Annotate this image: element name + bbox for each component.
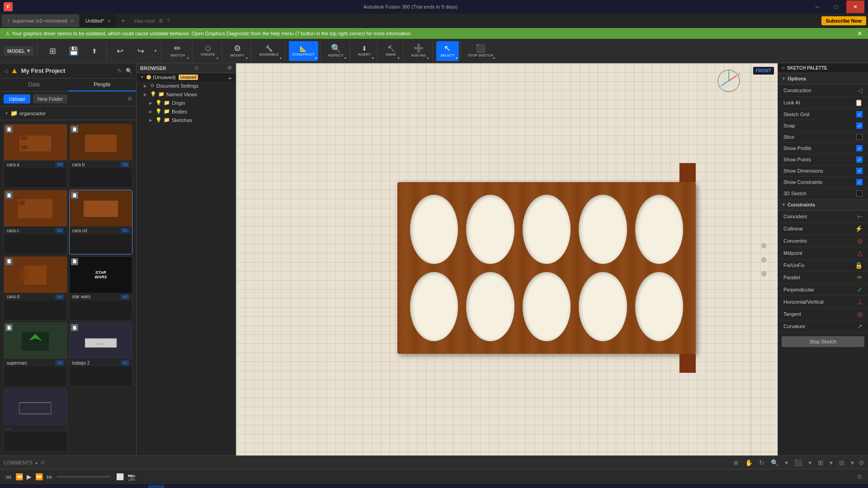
minimize-button[interactable]: ─: [808, 0, 826, 13]
browser-item-sketches[interactable]: ▶ 💡 📁 Sketches: [137, 116, 236, 124]
undo-button[interactable]: ↩: [110, 41, 130, 61]
file-card-superman[interactable]: 📄 superman V2: [4, 322, 67, 386]
search-icon[interactable]: 🔍: [126, 68, 132, 74]
maximize-button[interactable]: □: [827, 0, 845, 13]
comments-settings-icon[interactable]: ⚙: [40, 460, 45, 466]
play-prev-icon[interactable]: ⏪: [15, 473, 23, 480]
sketch-grid-checkbox[interactable]: ✓: [856, 111, 863, 117]
concentric-icon[interactable]: ◎: [857, 237, 863, 244]
tangent-icon[interactable]: ◎: [857, 310, 863, 318]
create-button[interactable]: ⬡ CREATE ▾: [196, 41, 220, 61]
comments-section[interactable]: COMMENTS ▲ ⚙: [4, 460, 45, 466]
look-at-icon[interactable]: 📋: [855, 99, 863, 106]
upload-tool-button[interactable]: ⬆: [85, 41, 104, 61]
curvature-icon[interactable]: ↗: [857, 323, 863, 330]
view-icon[interactable]: ⬛: [793, 458, 804, 467]
file-card-cara-b[interactable]: 📄 cara b V3: [69, 124, 133, 188]
model-selector[interactable]: MODEL ▾: [4, 46, 33, 56]
transform-icon-2[interactable]: ⊕: [761, 255, 767, 264]
file-card-cara-c[interactable]: 📄 cara c V1: [4, 190, 67, 254]
fix-unfix-icon[interactable]: 🔒: [855, 262, 863, 269]
record-icon[interactable]: ⬜: [116, 473, 124, 480]
settings-icon[interactable]: ⚙: [159, 18, 163, 24]
grid-dropdown-icon[interactable]: ▾: [828, 458, 835, 467]
history-dropdown-button[interactable]: ▾: [152, 41, 159, 61]
view-dropdown-icon[interactable]: ▾: [807, 458, 813, 467]
3d-sketch-checkbox[interactable]: [856, 190, 863, 197]
timeline-bar[interactable]: [57, 476, 111, 478]
inspect-button[interactable]: 🔍 INSPECT ▾: [324, 41, 348, 61]
taskbar-files[interactable]: 📁: [58, 485, 74, 488]
redo-button[interactable]: ↪: [131, 41, 151, 61]
grid-button[interactable]: ⊞: [43, 41, 63, 61]
start-button[interactable]: ⊞: [4, 485, 20, 488]
taskbar-fusion[interactable]: F: [148, 485, 165, 488]
stop-sketch-toolbar-button[interactable]: ⬛ STOP SKETCH ▾: [465, 41, 496, 61]
sketch-button[interactable]: ✏ SKETCH ▾: [165, 41, 190, 61]
panel-settings-icon[interactable]: ⚙: [127, 96, 132, 102]
collinear-icon[interactable]: ⚡: [855, 225, 863, 232]
tab-untitled[interactable]: Untitled* ✕: [80, 14, 116, 27]
slice-checkbox[interactable]: [856, 134, 863, 140]
file-card-trabajo-2[interactable]: 📄 dim text trabajo 2 V1: [69, 322, 133, 386]
taskbar-browser-ie[interactable]: 🌐: [76, 485, 92, 488]
hand-icon[interactable]: ✋: [743, 458, 755, 467]
modify-button[interactable]: ⚙ MODIFY ▾: [226, 41, 249, 61]
file-card-cara-d[interactable]: 📄 cara d V1: [4, 256, 67, 320]
browser-item-named-views[interactable]: ▶ 💡 📁 Named Views: [137, 90, 236, 99]
snap-checkbox[interactable]: ✓: [856, 122, 863, 129]
taskbar-search[interactable]: 🔍: [22, 485, 38, 488]
display-icon[interactable]: ⊟: [837, 458, 846, 467]
perpendicular-icon[interactable]: ✓: [857, 286, 863, 293]
folder-item-root[interactable]: ▼ 📁 organizador: [4, 108, 132, 118]
show-points-checkbox[interactable]: ✓: [856, 156, 863, 163]
show-constraints-checkbox[interactable]: ✓: [856, 179, 863, 185]
options-section-header[interactable]: ▼ Options: [778, 73, 868, 84]
show-profile-checkbox[interactable]: ✓: [856, 145, 863, 151]
tab-superman[interactable]: ? superman iv2~recovered ✕: [2, 14, 79, 27]
assemble-button[interactable]: 🔧 ASSEMBLE ▾: [255, 41, 283, 61]
tab-data[interactable]: Data: [0, 79, 68, 91]
select-button[interactable]: ↖ SELECT ▾: [436, 41, 459, 61]
stop-sketch-button[interactable]: Stop Sketch: [782, 336, 864, 347]
play-play-icon[interactable]: ▶: [27, 473, 32, 480]
panel-settings-bottom-icon[interactable]: ⚙: [859, 459, 864, 466]
subscribe-button[interactable]: Subscribe Now: [821, 16, 866, 25]
help-icon[interactable]: ?: [167, 18, 170, 23]
warning-close-icon[interactable]: ✕: [857, 30, 863, 37]
tab-people[interactable]: People: [68, 79, 137, 91]
browser-item-unsaved[interactable]: ▼ (Unsaved) Unsaved ☁: [137, 73, 236, 81]
save-button[interactable]: 💾: [64, 41, 84, 61]
insert-button[interactable]: ⬇ INSERT ▾: [354, 41, 375, 61]
play-start-icon[interactable]: ⏮: [5, 473, 12, 480]
tab-close-active-icon[interactable]: ✕: [107, 19, 111, 23]
taskbar-media[interactable]: 🎵: [130, 485, 146, 488]
browser-settings-icon[interactable]: ⚙: [227, 65, 232, 71]
construction-icon[interactable]: ◁: [858, 87, 863, 94]
transform-icon-3[interactable]: ⊕: [761, 269, 767, 278]
display-dropdown-icon[interactable]: ▾: [849, 458, 856, 467]
browser-collapse-icon[interactable]: ◁: [194, 65, 198, 71]
play-end-icon[interactable]: ⏭: [47, 473, 53, 480]
make-button[interactable]: 🔨 MAKE ▾: [381, 41, 401, 61]
taskbar-taskview[interactable]: ⬜: [40, 485, 56, 488]
file-card-cara-cd[interactable]: 📄 cara cd V1: [69, 190, 133, 254]
zoom-icon[interactable]: 🔍: [769, 458, 780, 467]
file-card-star-wars[interactable]: 📄 STARWARS star wars V2: [69, 256, 133, 320]
parallel-icon[interactable]: ✏: [857, 274, 863, 281]
tab-add-button[interactable]: +: [117, 14, 130, 27]
browser-item-origin[interactable]: ▶ 💡 📁 Origin: [137, 99, 236, 107]
horiz-vert-icon[interactable]: ⊥: [857, 298, 863, 305]
addins-button[interactable]: ➕ ADD-INS ▾: [407, 41, 430, 61]
new-folder-button[interactable]: New Folder: [33, 94, 67, 103]
close-button[interactable]: ✕: [846, 0, 864, 13]
construct-button[interactable]: 📐 CONSTRUCT ▾: [289, 41, 318, 61]
cursor-icon[interactable]: ⊕: [731, 458, 741, 467]
show-dimensions-checkbox[interactable]: ✓: [856, 168, 863, 174]
coincident-icon[interactable]: ⊢: [857, 213, 863, 220]
canvas-area[interactable]: BROWSER ◁ ⚙ ▼ (Unsaved) Unsaved ☁ ▶ ⚙ Do…: [137, 63, 778, 455]
play-next-icon[interactable]: ⏩: [35, 473, 43, 480]
cam-icon[interactable]: 📷: [127, 473, 135, 480]
file-card-extra[interactable]: ---: [4, 389, 67, 452]
upload-button[interactable]: Upload: [4, 94, 30, 103]
